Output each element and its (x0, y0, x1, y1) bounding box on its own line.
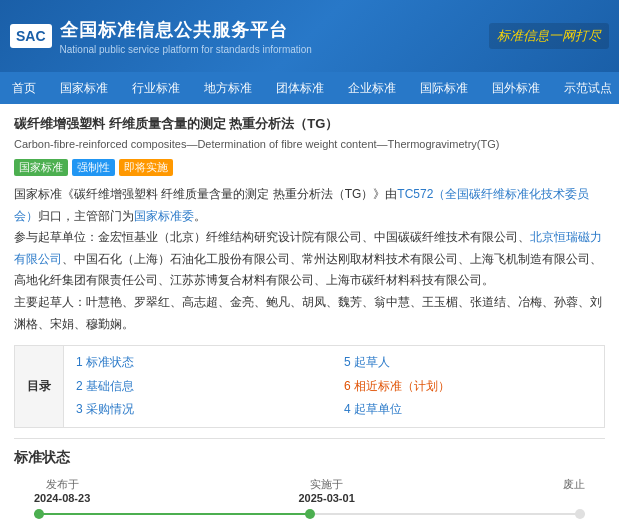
timeline-labels: 发布于 2024-08-23 实施于 2025-03-01 废止 (34, 477, 585, 504)
timeline-label-expired: 废止 (563, 477, 585, 504)
timeline-track (34, 513, 585, 515)
header-title-block: 全国标准信息公共服务平台 National public service pla… (60, 18, 312, 55)
dept-link[interactable]: 国家标准委 (134, 209, 194, 223)
org-highlight-link[interactable]: 北京恒瑞磁力有限公司 (14, 230, 602, 266)
nav-item-overseas[interactable]: 国外标准 (480, 72, 552, 104)
page-title: 碳纤维增强塑料 纤维质量含量的测定 热重分析法（TG） Carbon-fibre… (14, 114, 605, 153)
nav-item-international[interactable]: 国际标准 (408, 72, 480, 104)
expired-label: 废止 (563, 477, 585, 492)
main-content: 碳纤维增强塑料 纤维质量含量的测定 热重分析法（TG） Carbon-fibre… (0, 104, 619, 527)
toc-link-1[interactable]: 1 标准状态 (76, 355, 134, 369)
implemented-date: 2025-03-01 (299, 492, 355, 504)
page-title-cn: 碳纤维增强塑料 纤维质量含量的测定 热重分析法（TG） (14, 116, 338, 131)
toc-link-6[interactable]: 6 相近标准（计划） (344, 379, 450, 393)
toc-item-5[interactable]: 5 起草人 (344, 352, 592, 374)
implemented-label: 实施于 (299, 477, 355, 492)
tc-link[interactable]: TC572（全国碳纤维标准化技术委员会） (14, 187, 589, 223)
sac-badge: SAC (10, 24, 52, 48)
nav-item-national[interactable]: 国家标准 (48, 72, 120, 104)
toc-label: 目录 (15, 346, 64, 427)
tag-national: 国家标准 (14, 159, 68, 176)
desc-line3: 主要起草人：叶慧艳、罗翠红、高志超、金亮、鲍凡、胡凤、魏芳、翁中慧、王玉楣、张道… (14, 295, 602, 331)
tag-mandatory: 强制性 (72, 159, 115, 176)
description: 国家标准《碳纤维增强塑料 纤维质量含量的测定 热重分析法（TG）》由TC572（… (14, 184, 605, 335)
toc-link-2[interactable]: 2 基础信息 (76, 379, 134, 393)
timeline-bar (34, 508, 585, 520)
header-title-cn: 全国标准信息公共服务平台 (60, 18, 312, 42)
nav-item-home[interactable]: 首页 (0, 72, 48, 104)
timeline-label-published: 发布于 2024-08-23 (34, 477, 90, 504)
toc-link-3[interactable]: 3 采购情况 (76, 402, 134, 416)
header-slogan: 标准信息一网打尽 (489, 23, 609, 49)
page-title-en: Carbon-fibre-reinforced composites—Deter… (14, 138, 499, 150)
toc-link-5[interactable]: 5 起草人 (344, 355, 390, 369)
timeline-label-implemented: 实施于 2025-03-01 (299, 477, 355, 504)
nav-item-group[interactable]: 团体标准 (264, 72, 336, 104)
tag-upcoming: 即将实施 (119, 159, 173, 176)
nav-item-industry[interactable]: 行业标准 (120, 72, 192, 104)
timeline-dot-middle (305, 509, 315, 519)
toc-section: 目录 1 标准状态 5 起草人 2 基础信息 6 相近标准（计划） 3 采购情况… (14, 345, 605, 428)
published-date: 2024-08-23 (34, 492, 90, 504)
logo: SAC 全国标准信息公共服务平台 National public service… (10, 18, 312, 55)
nav-item-local[interactable]: 地方标准 (192, 72, 264, 104)
desc-line1: 国家标准《碳纤维增强塑料 纤维质量含量的测定 热重分析法（TG）》由TC572（… (14, 187, 589, 223)
nav-item-enterprise[interactable]: 企业标准 (336, 72, 408, 104)
header-title-en: National public service platform for sta… (60, 44, 312, 55)
desc-line2: 参与起草单位：金宏恒基业（北京）纤维结构研究设计院有限公司、中国碳碳纤维技术有限… (14, 230, 602, 287)
main-nav: 首页 国家标准 行业标准 地方标准 团体标准 企业标准 国际标准 国外标准 示范… (0, 72, 619, 104)
timeline-dot-end (575, 509, 585, 519)
timeline-fill (34, 513, 310, 515)
toc-content: 1 标准状态 5 起草人 2 基础信息 6 相近标准（计划） 3 采购情况 4 … (64, 346, 604, 427)
toc-item-2[interactable]: 2 基础信息 (76, 376, 324, 398)
toc-item-6[interactable]: 6 相近标准（计划） (344, 376, 592, 398)
status-title: 标准状态 (14, 449, 605, 467)
published-label: 发布于 (34, 477, 90, 492)
header: SAC 全国标准信息公共服务平台 National public service… (0, 0, 619, 72)
nav-item-demo[interactable]: 示范试点 (552, 72, 619, 104)
tags-row: 国家标准 强制性 即将实施 (14, 159, 605, 176)
toc-link-4[interactable]: 4 起草单位 (344, 402, 402, 416)
toc-item-3[interactable]: 3 采购情况 (76, 399, 324, 421)
toc-item-1[interactable]: 1 标准状态 (76, 352, 324, 374)
section-divider (14, 438, 605, 439)
timeline-dot-start (34, 509, 44, 519)
toc-item-4[interactable]: 4 起草单位 (344, 399, 592, 421)
